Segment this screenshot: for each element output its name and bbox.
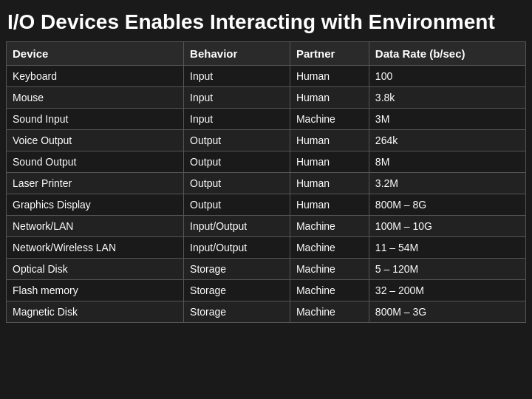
table-cell: 11 – 54M [369, 237, 525, 259]
table-cell: Storage [184, 280, 290, 301]
table-cell: Machine [290, 109, 369, 130]
table-cell: Network/LAN [7, 216, 184, 237]
col-header-partner: Partner [290, 42, 369, 66]
io-devices-table: Device Behavior Partner Data Rate (b/sec… [6, 41, 526, 323]
table-cell: 8M [369, 151, 525, 173]
table-cell: Output [184, 173, 290, 194]
col-header-device: Device [7, 42, 184, 66]
table-cell: Human [290, 130, 369, 151]
table-cell: Magnetic Disk [7, 301, 184, 323]
table-row: Optical DiskStorageMachine5 – 120M [7, 259, 526, 280]
table-cell: 800M – 8G [369, 194, 525, 216]
table-cell: Machine [290, 216, 369, 237]
table-cell: 3.8k [369, 87, 525, 109]
table-header-row: Device Behavior Partner Data Rate (b/sec… [7, 42, 526, 66]
table-container: Device Behavior Partner Data Rate (b/sec… [0, 41, 532, 330]
table-cell: Sound Output [7, 151, 184, 173]
table-cell: 100M – 10G [369, 216, 525, 237]
table-row: MouseInputHuman3.8k [7, 87, 526, 109]
table-row: KeyboardInputHuman100 [7, 66, 526, 87]
table-cell: Input/Output [184, 216, 290, 237]
table-cell: 32 – 200M [369, 280, 525, 301]
table-row: Network/Wireless LANInput/OutputMachine1… [7, 237, 526, 259]
table-cell: Keyboard [7, 66, 184, 87]
table-cell: Input [184, 87, 290, 109]
table-cell: Voice Output [7, 130, 184, 151]
table-cell: Network/Wireless LAN [7, 237, 184, 259]
table-cell: Sound Input [7, 109, 184, 130]
table-cell: Storage [184, 259, 290, 280]
table-row: Flash memoryStorageMachine32 – 200M [7, 280, 526, 301]
table-cell: Input [184, 66, 290, 87]
table-cell: Machine [290, 259, 369, 280]
table-cell: Graphics Display [7, 194, 184, 216]
table-cell: Output [184, 194, 290, 216]
table-cell: Input [184, 109, 290, 130]
table-cell: Flash memory [7, 280, 184, 301]
table-cell: Human [290, 173, 369, 194]
col-header-datarate: Data Rate (b/sec) [369, 42, 525, 66]
table-cell: 3.2M [369, 173, 525, 194]
table-cell: Machine [290, 301, 369, 323]
table-row: Sound InputInputMachine3M [7, 109, 526, 130]
table-cell: Storage [184, 301, 290, 323]
table-row: Network/LANInput/OutputMachine100M – 10G [7, 216, 526, 237]
table-cell: Human [290, 87, 369, 109]
table-cell: Machine [290, 280, 369, 301]
table-row: Voice OutputOutputHuman264k [7, 130, 526, 151]
page-title: I/O Devices Enables Interacting with Env… [0, 0, 532, 41]
table-cell: Human [290, 66, 369, 87]
table-cell: Laser Printer [7, 173, 184, 194]
table-cell: 800M – 3G [369, 301, 525, 323]
table-cell: 100 [369, 66, 525, 87]
table-cell: 3M [369, 109, 525, 130]
table-cell: 5 – 120M [369, 259, 525, 280]
table-cell: Optical Disk [7, 259, 184, 280]
table-row: Laser PrinterOutputHuman3.2M [7, 173, 526, 194]
table-cell: Human [290, 151, 369, 173]
table-cell: Output [184, 151, 290, 173]
table-row: Sound OutputOutputHuman8M [7, 151, 526, 173]
table-cell: Output [184, 130, 290, 151]
table-row: Magnetic DiskStorageMachine800M – 3G [7, 301, 526, 323]
col-header-behavior: Behavior [184, 42, 290, 66]
table-cell: Input/Output [184, 237, 290, 259]
table-cell: Machine [290, 237, 369, 259]
table-row: Graphics DisplayOutputHuman800M – 8G [7, 194, 526, 216]
table-cell: Mouse [7, 87, 184, 109]
table-cell: 264k [369, 130, 525, 151]
table-cell: Human [290, 194, 369, 216]
